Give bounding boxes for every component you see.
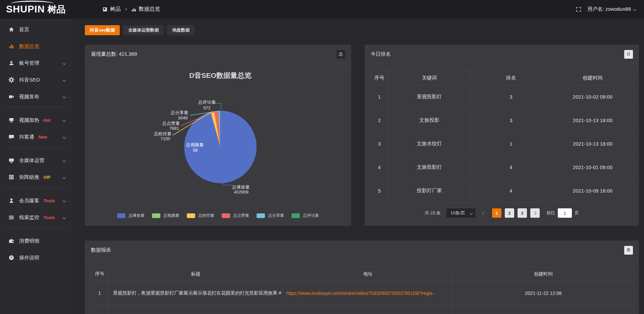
col-header-keyword: 关键词 [388, 71, 470, 85]
legend-label: 总播放量 [128, 213, 145, 218]
cell-created: 2021-10-02 09:00 [552, 85, 633, 109]
chevron-down-icon [63, 95, 66, 98]
table-row [91, 305, 634, 314]
page-size-select[interactable]: 10条/页 [446, 208, 476, 218]
chevron-down-icon [63, 159, 66, 162]
sidebar-item-omnimedia[interactable]: 全媒体运营 [0, 152, 73, 169]
data-tabs: 抖音seo数据 全媒体运营数据 询盘数据 [85, 25, 639, 35]
new-badge: New [38, 135, 47, 140]
legend-item[interactable]: 总播放量 [117, 213, 145, 218]
hot-badge: Hot [43, 118, 51, 123]
legend-swatch [152, 213, 160, 218]
user-menu[interactable]: 用户名: zswodun88 [588, 6, 636, 12]
slice-label-shares: 总分享量 [170, 110, 188, 115]
page-button-3[interactable]: 3 [518, 208, 527, 218]
breadcrumb-root[interactable]: 树品 [110, 6, 121, 13]
video-link[interactable]: https://www.iesdouyin.com/share/video/70… [283, 291, 453, 296]
tab-omnimedia-data[interactable]: 全媒体运营数据 [123, 25, 164, 35]
page-button-1[interactable]: 1 [492, 208, 501, 218]
tab-douyin-seo-data[interactable]: 抖音seo数据 [85, 25, 120, 35]
sidebar-item-label: 全媒体运营 [19, 157, 44, 164]
cell-created: 2021-10-13 18:00 [552, 109, 633, 132]
sidebar-item-label: 抖客通 [19, 134, 34, 140]
sidebar-item-label: 首页 [19, 27, 29, 33]
seo-overview-card: 展现量总数: 421,369 总 D音SEO数据量总览 总评论量 [85, 45, 351, 226]
sidebar: 首页 数据总览 账号管理 抖音SEO 视频发布 [0, 18, 73, 314]
app-logo[interactable]: SHUPIN 树品 [6, 0, 84, 18]
breadcrumb: 树品 > 数据总览 [103, 6, 160, 13]
col-header-index: 序号 [370, 71, 389, 85]
breadcrumb-separator: > [125, 7, 127, 12]
prev-page-button[interactable] [479, 208, 489, 218]
cell-keyword: 文旅投影灯 [388, 156, 470, 179]
cell-index: 4 [370, 156, 389, 179]
cell-rank: 4 [470, 156, 552, 179]
question-circle-icon: ? [8, 255, 14, 261]
impressions-label: 展现量总数: [91, 51, 117, 57]
col-header-created: 创建时间 [552, 71, 633, 85]
slice-value-likes: 7681 [169, 126, 179, 131]
sidebar-item-video-publish[interactable]: 视频发布 [0, 88, 73, 105]
sidebar-item-douyin-seo[interactable]: 抖音SEO [0, 71, 73, 88]
legend-item[interactable]: 总点赞量 [222, 213, 249, 218]
page-unit-label: 页 [575, 210, 579, 216]
grid-icon [8, 174, 14, 180]
sidebar-item-douketong[interactable]: 抖客通 New [0, 128, 73, 145]
sidebar-item-matrix-boost[interactable]: 矩阵助推 VIP [0, 169, 73, 186]
sidebar-item-lead-monitor[interactable]: 线索监控 Tools [0, 209, 73, 226]
page-size-value: 10条/页 [450, 210, 465, 216]
pagination: 共 23 条 10条/页 1 2 3 前往 页 [365, 208, 639, 218]
goto-page-input[interactable] [558, 208, 572, 218]
tab-inquiry-data[interactable]: 询盘数据 [167, 25, 195, 35]
day-toggle-button[interactable]: 日 [624, 50, 633, 59]
topbar: SHUPIN 树品 树品 > 数据总览 用户名: zswodun88 [0, 0, 644, 18]
table-row: 5投影灯厂家42021-10-09 18:00 [370, 179, 634, 203]
sidebar-item-label: 消费明细 [19, 238, 39, 244]
page-button-2[interactable]: 2 [505, 208, 514, 218]
tools-badge: Tools [43, 215, 55, 220]
total-toggle-button[interactable]: 总 [336, 50, 345, 59]
sidebar-item-help[interactable]: ? 操作说明 [0, 249, 73, 266]
sidebar-item-home[interactable]: 首页 [0, 21, 73, 38]
legend-item[interactable]: 总粉丝量 [187, 213, 214, 218]
cell-index: 1 [370, 85, 389, 109]
user-icon [8, 60, 14, 66]
fullscreen-icon[interactable] [576, 6, 582, 12]
sidebar-item-consumption[interactable]: 消费明细 [0, 232, 73, 249]
cell-title: 景观投影灯，夜游景观投影灯厂家展示展示落花灯在花园里的灯光投影应用效果 # [109, 281, 283, 305]
ranking-table: 序号 关键词 排名 创建时间 1景观投影灯32021-10-02 09:00 [370, 71, 634, 203]
table-toggle-button[interactable]: 表 [624, 246, 633, 255]
chevron-down-icon [63, 199, 66, 202]
sidebar-item-video-heating[interactable]: 视频加热 Hot [0, 112, 73, 128]
col-header-rank: 排名 [470, 71, 552, 85]
chevron-down-icon [63, 216, 66, 219]
slice-label-plays: 总播放量 [232, 185, 250, 190]
sidebar-item-label: 账号管理 [19, 60, 39, 66]
cell-index: 2 [370, 109, 389, 132]
data-report-card: 数据报表 表 序号 标题 地址 创建时间 [85, 241, 639, 314]
legend-item[interactable]: 总分享量 [257, 213, 284, 218]
sidebar-item-account[interactable]: 账号管理 [0, 55, 73, 71]
slice-label-comments: 总评论量 [198, 100, 216, 105]
sliders-icon [8, 214, 14, 220]
table-row: 3文旅水纹灯12021-10-13 18:00 [370, 132, 634, 156]
col-header-index: 序号 [91, 267, 109, 281]
sidebar-divider [5, 228, 67, 228]
sidebar-divider [5, 188, 67, 188]
legend-swatch [257, 213, 265, 218]
chevron-down-icon [633, 8, 637, 11]
sidebar-item-member-burst[interactable]: 会员爆客 Tools [0, 192, 73, 209]
tools-badge: Tools [43, 198, 55, 203]
legend-item[interactable]: 总视频量 [152, 213, 179, 218]
sidebar-item-data-overview[interactable]: 数据总览 [0, 38, 73, 55]
site-icon [103, 7, 107, 12]
legend-item[interactable]: 总评论量 [291, 213, 319, 218]
legend-label: 总评论量 [303, 213, 319, 218]
svg-text:?: ? [10, 256, 12, 259]
legend-label: 总粉丝量 [198, 213, 214, 218]
next-page-button[interactable] [530, 208, 540, 218]
table-header-row: 序号 关键词 排名 创建时间 [370, 71, 634, 85]
table-row: 4文旅投影灯42021-10-01 09:00 [370, 156, 634, 179]
cell-rank: 4 [470, 179, 552, 203]
cell-created: 2021-10-13 18:00 [552, 132, 633, 156]
